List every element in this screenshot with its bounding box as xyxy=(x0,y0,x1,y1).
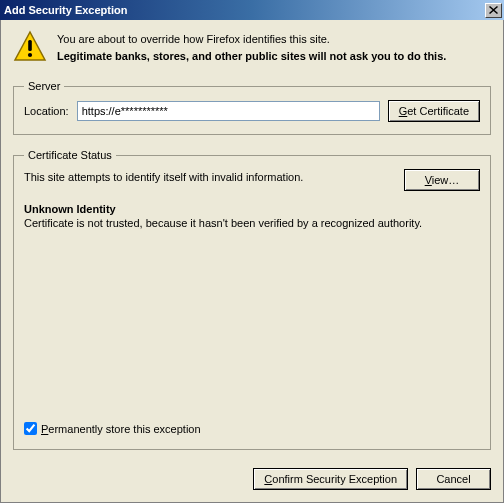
server-legend: Server xyxy=(24,80,64,92)
dialog-footer: Confirm Security Exception Cancel xyxy=(13,468,491,490)
intro-line1: You are about to override how Firefox id… xyxy=(57,32,491,47)
titlebar: Add Security Exception xyxy=(0,0,504,20)
get-certificate-button[interactable]: Get Certificate xyxy=(388,100,480,122)
permanent-checkbox[interactable] xyxy=(24,422,37,435)
location-label: Location: xyxy=(24,105,69,117)
dialog-content: You are about to override how Firefox id… xyxy=(0,20,504,503)
view-certificate-button[interactable]: View… xyxy=(404,169,480,191)
identity-body: Certificate is not trusted, because it h… xyxy=(24,217,480,229)
identity-heading: Unknown Identity xyxy=(24,203,480,215)
spacer xyxy=(24,229,480,418)
server-group: Server Location: Get Certificate xyxy=(13,80,491,135)
confirm-button[interactable]: Confirm Security Exception xyxy=(253,468,408,490)
location-input[interactable] xyxy=(77,101,380,121)
certificate-status-group: Certificate Status This site attempts to… xyxy=(13,149,491,450)
certificate-summary: This site attempts to identify itself wi… xyxy=(24,169,394,183)
close-button[interactable] xyxy=(485,3,502,18)
intro-line2: Legitimate banks, stores, and other publ… xyxy=(57,49,491,64)
warning-icon xyxy=(13,30,47,66)
permanent-label[interactable]: Permanently store this exception xyxy=(41,423,201,435)
svg-rect-1 xyxy=(28,40,32,51)
certificate-status-section: Certificate Status This site attempts to… xyxy=(13,143,491,458)
window-title: Add Security Exception xyxy=(4,4,485,16)
certificate-status-legend: Certificate Status xyxy=(24,149,116,161)
cancel-button[interactable]: Cancel xyxy=(416,468,491,490)
svg-point-2 xyxy=(28,53,32,57)
close-icon xyxy=(489,6,498,14)
intro-section: You are about to override how Firefox id… xyxy=(13,30,491,66)
intro-text: You are about to override how Firefox id… xyxy=(57,30,491,64)
